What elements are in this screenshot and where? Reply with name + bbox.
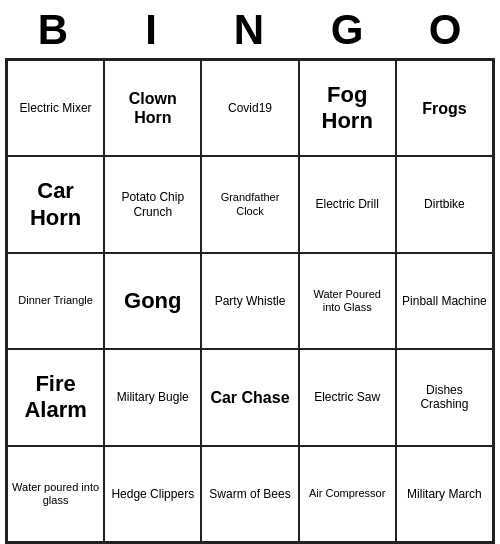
bingo-cell: Water Poured into Glass: [299, 253, 396, 349]
bingo-cell: Grandfather Clock: [201, 156, 298, 252]
bingo-cell: Dirtbike: [396, 156, 493, 252]
bingo-cell: Fire Alarm: [7, 349, 104, 445]
bingo-title: B I N G O: [5, 0, 495, 58]
bingo-cell: Swarm of Bees: [201, 446, 298, 542]
bingo-cell: Military Bugle: [104, 349, 201, 445]
bingo-cell: Frogs: [396, 60, 493, 156]
bingo-cell: Potato Chip Crunch: [104, 156, 201, 252]
bingo-cell: Fog Horn: [299, 60, 396, 156]
title-b: B: [5, 6, 103, 54]
title-i: I: [103, 6, 201, 54]
bingo-cell: Water poured into glass: [7, 446, 104, 542]
title-n: N: [201, 6, 299, 54]
bingo-cell: Dishes Crashing: [396, 349, 493, 445]
bingo-cell: Air Compressor: [299, 446, 396, 542]
title-g: G: [299, 6, 397, 54]
bingo-cell: Covid19: [201, 60, 298, 156]
bingo-cell: Dinner Triangle: [7, 253, 104, 349]
bingo-cell: Clown Horn: [104, 60, 201, 156]
bingo-cell: Hedge Clippers: [104, 446, 201, 542]
bingo-cell: Electric Drill: [299, 156, 396, 252]
bingo-cell: Car Horn: [7, 156, 104, 252]
bingo-cell: Gong: [104, 253, 201, 349]
bingo-cell: Pinball Machine: [396, 253, 493, 349]
bingo-cell: Electric Mixer: [7, 60, 104, 156]
title-o: O: [397, 6, 495, 54]
bingo-grid: Electric MixerClown HornCovid19Fog HornF…: [5, 58, 495, 544]
bingo-cell: Electric Saw: [299, 349, 396, 445]
bingo-cell: Military March: [396, 446, 493, 542]
bingo-cell: Car Chase: [201, 349, 298, 445]
bingo-cell: Party Whistle: [201, 253, 298, 349]
